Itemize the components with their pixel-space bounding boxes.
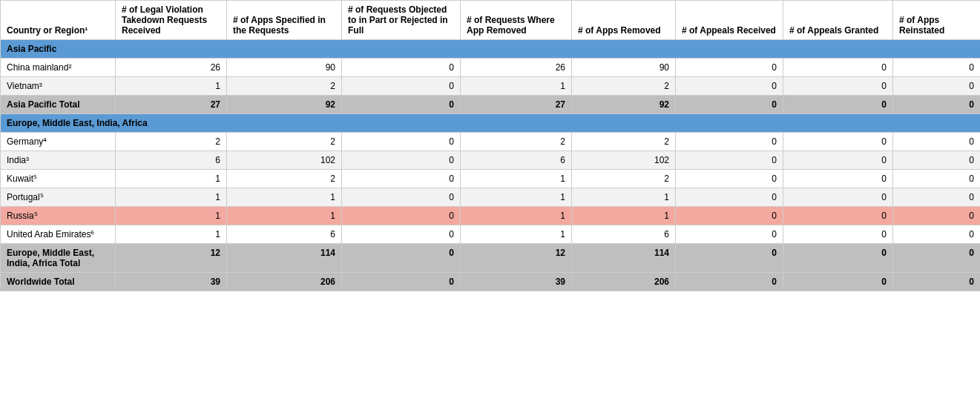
table-row: Asia Pacific Total279202792000	[1, 96, 981, 114]
table-cell: 1	[116, 225, 227, 244]
table-cell: 0	[342, 273, 461, 291]
table-cell: 1	[116, 207, 227, 225]
table-cell: 0	[783, 133, 893, 151]
table-cell: 0	[342, 77, 461, 96]
table-cell: 0	[783, 273, 893, 291]
table-cell: 0	[893, 96, 981, 114]
main-table: Country or Region¹ # of Legal Violation …	[0, 0, 980, 291]
table-cell: 0	[676, 151, 783, 170]
table-cell: 2	[227, 133, 342, 151]
table-cell: 0	[342, 225, 461, 244]
table-cell: 0	[783, 77, 893, 96]
table-cell: Germany⁴	[1, 133, 116, 151]
table-cell: 0	[893, 207, 981, 225]
table-cell: 6	[461, 151, 572, 170]
table-cell: Russia⁵	[1, 207, 116, 225]
table-row: Kuwait⁵12012000	[1, 170, 981, 188]
header-country: Country or Region¹	[1, 1, 116, 40]
header-apps-rein: # of Apps Reinstated	[893, 1, 981, 40]
table-cell: 12	[116, 244, 227, 273]
table-cell: 0	[893, 133, 981, 151]
table-cell: Vietnam³	[1, 77, 116, 96]
table-cell: 0	[342, 59, 461, 77]
table-cell: Asia Pacific Total	[1, 96, 116, 114]
table-cell: 114	[227, 244, 342, 273]
table-cell: 6	[227, 225, 342, 244]
table-row: India³610206102000	[1, 151, 981, 170]
header-app-grant: # of Appeals Granted	[783, 1, 893, 40]
table-cell: 2	[227, 77, 342, 96]
table-cell: 0	[342, 133, 461, 151]
table-cell: 1	[461, 207, 572, 225]
region-label: Asia Pacific	[1, 40, 981, 59]
table-cell: 206	[227, 273, 342, 291]
table-cell: India³	[1, 151, 116, 170]
table-cell: 90	[572, 59, 676, 77]
table-cell: 0	[676, 273, 783, 291]
table-cell: 0	[783, 96, 893, 114]
table-cell: 0	[783, 151, 893, 170]
table-cell: 39	[461, 273, 572, 291]
table-cell: 0	[676, 188, 783, 207]
table-cell: 0	[893, 188, 981, 207]
table-cell: 0	[676, 96, 783, 114]
table-cell: 2	[572, 77, 676, 96]
table-cell: 92	[572, 96, 676, 114]
table-cell: 6	[572, 225, 676, 244]
table-cell: 2	[572, 170, 676, 188]
table-cell: 2	[227, 170, 342, 188]
table-cell: Kuwait⁵	[1, 170, 116, 188]
table-cell: 26	[116, 59, 227, 77]
table-cell: 102	[572, 151, 676, 170]
table-cell: Europe, Middle East, India, Africa Total	[1, 244, 116, 273]
table-cell: 27	[461, 96, 572, 114]
table-cell: 0	[783, 59, 893, 77]
table-row: Russia⁵11011000	[1, 207, 981, 225]
table-cell: 0	[893, 77, 981, 96]
header-req-obj: # of Requests Objected to in Part or Rej…	[342, 1, 461, 40]
table-cell: 90	[227, 59, 342, 77]
table-cell: 1	[461, 77, 572, 96]
table-cell: 0	[676, 59, 783, 77]
header-req-where: # of Requests Where App Removed	[461, 1, 572, 40]
table-row: Germany⁴22022000	[1, 133, 981, 151]
table-cell: 206	[572, 273, 676, 291]
region-label: Europe, Middle East, India, Africa	[1, 114, 981, 133]
table-cell: 1	[116, 170, 227, 188]
table-cell: 1	[572, 207, 676, 225]
table-cell: 0	[893, 225, 981, 244]
table-cell: United Arab Emirates⁶	[1, 225, 116, 244]
table-cell: 27	[116, 96, 227, 114]
header-app-rec: # of Appeals Received	[676, 1, 783, 40]
table-cell: 0	[342, 207, 461, 225]
table-cell: 0	[342, 151, 461, 170]
region-header-row: Europe, Middle East, India, Africa	[1, 114, 981, 133]
table-cell: 2	[116, 133, 227, 151]
table-cell: 39	[116, 273, 227, 291]
table-cell: 0	[676, 244, 783, 273]
table-cell: 6	[116, 151, 227, 170]
table-cell: 1	[227, 207, 342, 225]
table-cell: 0	[893, 244, 981, 273]
region-header-row: Asia Pacific	[1, 40, 981, 59]
table-row: Europe, Middle East, India, Africa Total…	[1, 244, 981, 273]
table-cell: 0	[893, 59, 981, 77]
table-row: United Arab Emirates⁶16016000	[1, 225, 981, 244]
table-cell: 0	[342, 96, 461, 114]
table-cell: 1	[116, 77, 227, 96]
table-cell: 1	[461, 188, 572, 207]
table-cell: 114	[572, 244, 676, 273]
table-cell: 0	[342, 244, 461, 273]
table-cell: 0	[893, 151, 981, 170]
table-cell: 1	[116, 188, 227, 207]
table-cell: 0	[676, 225, 783, 244]
table-cell: 0	[783, 188, 893, 207]
table-cell: 1	[461, 170, 572, 188]
header-apps-rem: # of Apps Removed	[572, 1, 676, 40]
table-cell: 0	[783, 207, 893, 225]
table-cell: 0	[676, 77, 783, 96]
table-cell: 26	[461, 59, 572, 77]
table-cell: 0	[783, 225, 893, 244]
table-cell: 0	[783, 170, 893, 188]
table-cell: 0	[676, 133, 783, 151]
